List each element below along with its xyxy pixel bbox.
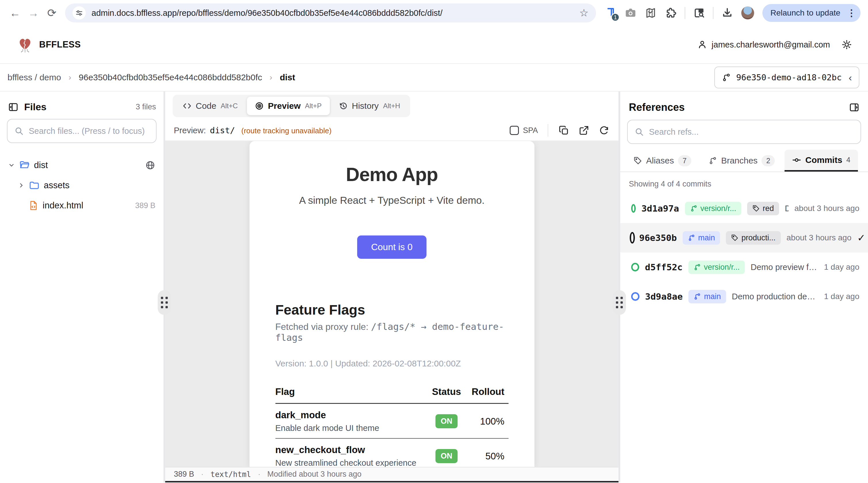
bookmark-star-icon[interactable]: ☆	[579, 7, 589, 19]
breadcrumb-bar: bffless / demo › 96e350b40cfbd0b35ef5e4e…	[0, 64, 868, 92]
spa-toggle[interactable]: SPA	[510, 126, 538, 135]
globe-icon[interactable]	[145, 160, 155, 171]
browser-reload-button[interactable]: ⟳	[44, 5, 60, 21]
browser-forward-button[interactable]: →	[25, 5, 41, 21]
git-branch-icon	[722, 73, 731, 82]
spa-checkbox[interactable]	[510, 126, 519, 135]
tab-shortcut: Alt+P	[305, 102, 322, 110]
preview-viewport: Demo App A simple React + TypeScript + V…	[165, 141, 618, 467]
refresh-preview-button[interactable]	[598, 125, 610, 136]
downloads-icon[interactable]	[721, 7, 734, 19]
copy-url-button[interactable]	[558, 125, 569, 136]
tab-activity-icon[interactable]: 1	[604, 7, 617, 19]
camera-extension-icon[interactable]	[624, 7, 637, 19]
tab-preview[interactable]: Preview Alt+P	[247, 97, 330, 115]
breadcrumb: bffless / demo › 96e350b40cfbd0b35ef5e4e…	[7, 72, 295, 82]
tab-search-icon[interactable]	[693, 7, 705, 19]
count-button[interactable]: Count is 0	[357, 236, 426, 259]
refs-search[interactable]	[627, 120, 861, 144]
commit-message: Demo production deplo...	[732, 292, 818, 301]
tab-history[interactable]: History Alt+H	[331, 97, 408, 115]
file-search-input[interactable]	[29, 126, 149, 136]
flag-description: Enable dark mode UI theme	[275, 423, 425, 433]
tree-item-dist[interactable]: dist	[0, 155, 163, 175]
app-header: BFFLESS james.charlesworth@gmail.com	[0, 26, 868, 64]
relaunch-label: Relaunch to update	[770, 8, 840, 18]
commit-row-d5ff52c[interactable]: d5ff52c version/r... Demo preview for ..…	[620, 252, 868, 282]
preview-path-label: Preview:	[174, 126, 206, 135]
map-extension-icon[interactable]	[644, 7, 657, 19]
panel-resize-divider-left[interactable]	[163, 92, 165, 482]
drag-handle-icon[interactable]	[613, 290, 626, 315]
commit-row-3d9a8ae[interactable]: 3d9a8ae main Demo production deplo... 1 …	[620, 282, 868, 311]
ref-selector-button[interactable]: 96e350-demo-ad18-02bc ‹	[714, 66, 859, 88]
tag-badge[interactable]: red	[747, 202, 779, 215]
browser-back-button[interactable]: ←	[7, 5, 23, 21]
relaunch-to-update-button[interactable]: Relaunch to update ⋮	[763, 4, 861, 22]
tree-item-assets[interactable]: assets	[0, 175, 163, 195]
tag-icon	[731, 234, 739, 241]
copy-icon	[559, 125, 569, 135]
toolbar-separator	[685, 7, 685, 19]
browser-menu-icon[interactable]: ⋮	[847, 7, 857, 19]
tag-icon	[752, 205, 760, 212]
collapse-panel-left-icon[interactable]	[8, 102, 19, 112]
commit-selected-icon	[631, 234, 633, 242]
flag-name: new_checkout_flow	[275, 445, 365, 455]
branch-badge[interactable]: version/r...	[688, 261, 745, 274]
branch-badge[interactable]: main	[688, 290, 726, 303]
flag-row-dark-mode: dark_modeEnable dark mode UI theme ON 10…	[275, 404, 508, 439]
flag-description: New streamlined checkout experience	[275, 458, 425, 467]
selected-check-icon: ✓	[857, 232, 866, 243]
collapse-panel-right-icon[interactable]	[849, 102, 859, 113]
user-menu[interactable]: james.charlesworth@gmail.com	[698, 40, 830, 50]
feature-flags-heading: Feature Flags	[275, 302, 508, 318]
url-text[interactable]: admin.docs.bffless.app/repo/bffless/demo…	[92, 8, 574, 18]
extensions-puzzle-icon[interactable]	[664, 7, 677, 19]
breadcrumb-repo[interactable]: bffless / demo	[7, 72, 61, 82]
tab-label: Commits	[805, 155, 842, 165]
tree-item-index-html[interactable]: index.html 389 B	[0, 195, 163, 216]
demo-app-title: Demo App	[275, 163, 508, 185]
chevron-right-icon[interactable]	[18, 182, 25, 189]
tab-shortcut: Alt+C	[221, 102, 238, 110]
commit-message: Demo preview for ...	[751, 263, 818, 272]
brand-name: BFFLESS	[39, 39, 81, 50]
file-search[interactable]	[7, 119, 157, 143]
branch-badge-label: main	[698, 234, 715, 242]
tab-label: Preview	[268, 101, 301, 111]
tab-aliases[interactable]: Aliases 7	[626, 150, 699, 172]
tab-label: Branches	[721, 156, 758, 165]
browser-profile-avatar[interactable]	[741, 6, 754, 20]
commit-row-3d1a97a[interactable]: 3d1a97a version/r... red D... about 3 ho…	[620, 194, 868, 223]
commit-message: D...	[785, 204, 788, 213]
branch-badge[interactable]: main	[683, 231, 720, 245]
browser-toolbar: ← → ⟳ admin.docs.bffless.app/repo/bffles…	[0, 0, 868, 26]
open-external-button[interactable]	[578, 125, 590, 136]
commit-row-96e350b[interactable]: 96e350b main producti... about 3 hours a…	[620, 223, 868, 252]
refs-search-input[interactable]	[649, 127, 854, 137]
commit-status-icon	[631, 263, 639, 271]
commit-time: 1 day ago	[824, 292, 859, 301]
tab-branches[interactable]: Branches 2	[701, 150, 782, 172]
commit-time: about 3 hours ago	[786, 233, 851, 242]
tag-badge[interactable]: producti...	[726, 231, 781, 245]
tag-badge-label: red	[763, 204, 774, 213]
status-mime-type: text/html	[210, 470, 251, 479]
brand[interactable]: BFFLESS	[16, 36, 81, 54]
breadcrumb-commit[interactable]: 96e350b40cfbd0b35ef5e4e44c086bddd582b0fc	[79, 72, 262, 82]
drag-handle-icon[interactable]	[158, 290, 171, 315]
file-tree: dist assets index.html 389 B	[0, 155, 163, 216]
tab-commits[interactable]: Commits 4	[784, 150, 858, 172]
external-link-icon	[579, 125, 589, 135]
site-settings-icon[interactable]	[72, 6, 86, 20]
tab-code[interactable]: Code Alt+C	[175, 97, 246, 115]
git-commit-icon	[792, 155, 801, 164]
theme-toggle-sun-icon[interactable]	[841, 39, 852, 50]
address-bar[interactable]: admin.docs.bffless.app/repo/bffless/demo…	[65, 3, 596, 23]
commits-summary: Showing 4 of 4 commits	[620, 172, 868, 194]
panel-resize-divider-right[interactable]	[618, 92, 620, 482]
flag-name: dark_mode	[275, 410, 326, 420]
chevron-down-icon[interactable]	[8, 162, 15, 169]
branch-badge[interactable]: version/r...	[685, 202, 742, 215]
